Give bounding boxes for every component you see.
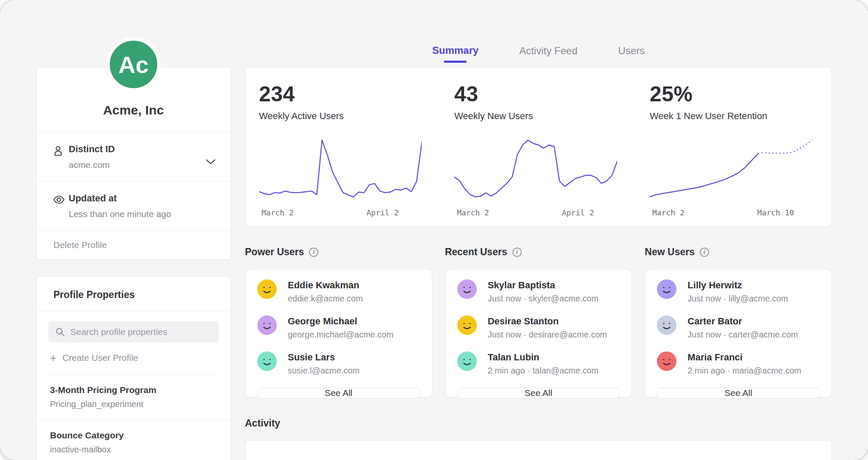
- profile-properties-card: Profile Properties + Create User Profile…: [36, 276, 231, 460]
- see-all-button[interactable]: See All: [657, 388, 820, 399]
- info-icon[interactable]: i: [700, 248, 709, 257]
- create-user-profile-button[interactable]: + Create User Profile: [50, 353, 219, 374]
- company-avatar: Ac: [106, 37, 161, 92]
- profile-properties-title: Profile Properties: [36, 276, 231, 311]
- face-icon: [257, 279, 277, 299]
- tab-activity-feed-label: Activity Feed: [519, 45, 577, 56]
- recent-users-title: Recent Users: [445, 246, 507, 258]
- activity-stat-value: 234: [259, 457, 432, 460]
- list-item[interactable]: Lilly Herwitz Just now · lilly@acme.com: [657, 279, 820, 304]
- stat-weekly-new-users: 43 Weekly New Users March 2 April 2: [441, 67, 636, 226]
- recent-users-card: Skylar Baptista Just now · skyler@acme.c…: [445, 269, 632, 397]
- weekly-active-users-chart: [259, 135, 422, 203]
- person-icon: [53, 145, 64, 159]
- activity-stat: 234: [245, 440, 441, 460]
- recent-users-heading: Recent Users i: [445, 246, 632, 258]
- x-axis: March 2 April 2: [454, 208, 617, 219]
- user-name: Skylar Baptista: [488, 280, 598, 291]
- activity-stat: 3.4k: [636, 440, 832, 460]
- activity-card: 234 240 3.4k: [245, 440, 832, 460]
- list-item[interactable]: Skylar Baptista Just now · skyler@acme.c…: [457, 279, 620, 304]
- user-avatar: [257, 315, 277, 335]
- activity-title: Activity: [245, 418, 832, 429]
- user-meta: susie.l@acme.com: [288, 366, 359, 376]
- activity-stat-value: 240: [454, 457, 628, 460]
- search-icon: [55, 327, 65, 339]
- user-meta: 2 min ago · talan@acme.com: [488, 366, 599, 376]
- property-row[interactable]: 3-Month Pricing Program Pricing_plan_exp…: [36, 374, 231, 420]
- tab-users[interactable]: Users: [618, 45, 645, 63]
- company-name: Acme, Inc: [103, 103, 164, 117]
- user-avatar: [257, 351, 277, 371]
- list-item[interactable]: Susie Lars susie.l@acme.com: [257, 351, 420, 376]
- stat-label: Weekly New Users: [454, 111, 628, 122]
- search-wrap: [48, 321, 219, 343]
- stat-weekly-active-users: 234 Weekly Active Users March 2 April 2: [245, 67, 441, 226]
- tab-summary[interactable]: Summary: [432, 45, 479, 63]
- x-axis: March 2 March 10: [650, 208, 812, 219]
- x-axis-label-start: March 2: [652, 208, 684, 217]
- info-icon[interactable]: i: [309, 248, 318, 257]
- recent-users-section: Recent Users i Skylar Baptista Just now …: [445, 246, 632, 397]
- new-users-heading: New Users i: [645, 246, 832, 258]
- user-avatar: [257, 279, 277, 299]
- face-icon: [657, 279, 676, 299]
- face-icon: [457, 351, 477, 371]
- info-icon[interactable]: i: [512, 248, 522, 257]
- updated-at-row: Updated at Less than one minute ago: [36, 181, 231, 231]
- user-avatar: [657, 351, 676, 371]
- field-label: Distinct ID: [69, 144, 214, 155]
- stat-label: Week 1 New User Retention: [650, 111, 823, 122]
- distinct-id-row[interactable]: Distinct ID acme.com: [36, 132, 231, 181]
- tab-bar: Summary Activity Feed Users: [245, 0, 832, 67]
- power-users-section: Power Users i Eddie Kwakman eddie.k@acme…: [245, 246, 432, 397]
- face-icon: [257, 315, 277, 335]
- user-name: Carter Bator: [687, 316, 798, 327]
- stat-value: 234: [259, 82, 432, 106]
- main-content: Summary Activity Feed Users 234 Weekly A…: [245, 0, 832, 460]
- user-avatar: [457, 279, 477, 299]
- x-axis-label-start: March 2: [457, 208, 489, 217]
- stat-week1-retention: 25% Week 1 New User Retention March 2 Ma…: [636, 67, 832, 226]
- eye-icon: [53, 194, 65, 207]
- user-meta: eddie.k@acme.com: [288, 294, 363, 304]
- search-profile-properties-input[interactable]: [48, 321, 219, 343]
- user-meta: Just now · carter@acme.com: [687, 330, 798, 340]
- x-axis-label-end: March 10: [757, 208, 794, 217]
- power-users-title: Power Users: [245, 246, 304, 258]
- property-row[interactable]: Bounce Category inactive-mailbox: [36, 420, 231, 460]
- chevron-down-icon[interactable]: [205, 158, 216, 167]
- face-icon: [257, 351, 277, 371]
- list-item[interactable]: Talan Lubin 2 min ago · talan@acme.com: [457, 351, 620, 376]
- list-item[interactable]: Maria Franci 2 min ago · maria@acme.com: [657, 351, 820, 376]
- list-item[interactable]: George Michael george.michael@acme.com: [257, 315, 420, 340]
- x-axis: March 2 April 2: [259, 208, 422, 219]
- property-value: Pricing_plan_experiment: [50, 399, 217, 409]
- user-avatar: [657, 279, 676, 299]
- field-value: Less than one minute ago: [69, 209, 214, 219]
- delete-profile-button[interactable]: Delete Profile: [36, 231, 231, 259]
- create-user-profile-label: Create User Profile: [62, 353, 138, 363]
- x-axis-label-end: April 2: [367, 208, 399, 217]
- user-lists-row: Power Users i Eddie Kwakman eddie.k@acme…: [245, 246, 832, 397]
- power-users-card: Eddie Kwakman eddie.k@acme.com George Mi…: [245, 269, 432, 397]
- field-label: Updated at: [69, 193, 214, 204]
- summary-stats-card: 234 Weekly Active Users March 2 April 2 …: [245, 67, 832, 227]
- user-name: Desirae Stanton: [488, 316, 607, 327]
- see-all-button[interactable]: See All: [457, 388, 620, 399]
- property-name: Bounce Category: [50, 430, 217, 440]
- list-item[interactable]: Carter Bator Just now · carter@acme.com: [657, 315, 820, 340]
- user-avatar: [457, 351, 477, 371]
- profile-sidebar: Ac Acme, Inc Distinct ID acme.com: [36, 0, 231, 460]
- user-name: George Michael: [288, 316, 393, 327]
- list-item[interactable]: Desirae Stanton Just now · desirare@acme…: [457, 315, 620, 340]
- activity-stat-value: 3.4k: [650, 457, 823, 460]
- tab-activity-feed[interactable]: Activity Feed: [519, 45, 577, 63]
- face-icon: [657, 351, 676, 371]
- see-all-button[interactable]: See All: [257, 388, 420, 399]
- power-users-heading: Power Users i: [245, 246, 432, 258]
- company-avatar-initials: Ac: [118, 51, 149, 78]
- user-name: Eddie Kwakman: [288, 280, 363, 291]
- list-item[interactable]: Eddie Kwakman eddie.k@acme.com: [257, 279, 420, 304]
- plus-icon: +: [50, 354, 56, 362]
